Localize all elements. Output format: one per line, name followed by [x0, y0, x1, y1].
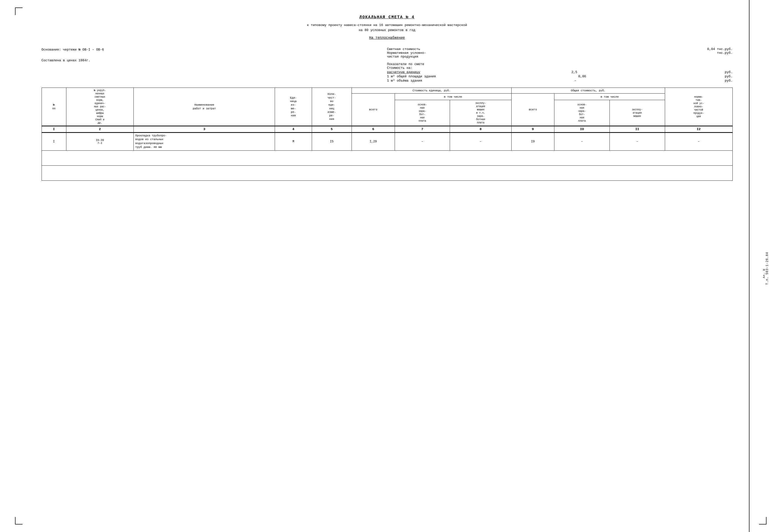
th-exp-total: эксплу-атациямашин — [610, 100, 665, 126]
m2-value: 0,06 — [578, 75, 586, 78]
corner-bl-mark — [15, 517, 23, 524]
raschetnuyu-unit: руб. — [725, 70, 732, 74]
col-n-4: 4 — [275, 126, 312, 133]
col-n-6: 6 — [351, 126, 395, 133]
col-n-1: I — [42, 126, 66, 133]
m2-label: 1 м² общей площади здания — [387, 75, 436, 78]
th-norm: № укруп-ненныхсметныхнорм,единич-ных рас… — [66, 88, 134, 126]
row1-unit-total: I,29 — [351, 133, 395, 151]
m2-unit: руб. — [725, 75, 732, 78]
raschetnuyu-value: 2,5 — [572, 70, 577, 74]
th-incl-header: в том числе — [395, 94, 511, 100]
col-n-2: 2 — [66, 126, 134, 133]
normativnaya-row: Нормативная условно-чистая продукция тнс… — [387, 51, 733, 59]
empty-row-1 — [42, 150, 732, 165]
row1-section: I — [42, 133, 66, 151]
row1-exp: – — [450, 133, 511, 151]
col-n-8: 8 — [450, 126, 511, 133]
osnование-line: Основание: чертежи № ОВ-I – ОВ-6 — [42, 47, 352, 52]
col-n-7: 7 — [395, 126, 450, 133]
main-title: ЛОКАЛЬНАЯ СМЕТА № 4 — [42, 15, 733, 20]
col-n-3: 3 — [134, 126, 275, 133]
header-section: ЛОКАЛЬНАЯ СМЕТА № 4 к типовому проекту н… — [42, 15, 733, 40]
subtitle2: на 80 условных ремонтов в год — [42, 28, 733, 32]
th-main-wage-unit: основ-наязара-бот-наяплата — [395, 100, 450, 126]
section-title: На теплоснабжение — [42, 36, 733, 40]
row1-unit: М — [275, 133, 312, 151]
th-norm-cond: норма-тив-ной ус-ловно-чистойпродук-ции — [665, 88, 732, 126]
stoimost-label: Стоимость на: — [387, 66, 733, 70]
row1-main-wage: – — [395, 133, 450, 151]
row1-norm-cond: – — [665, 133, 732, 151]
row1-qty: I5 — [312, 133, 351, 151]
header-row-1: №пп № укруп-ненныхсметныхнорм,единич-ных… — [42, 88, 732, 94]
normativnaya-label-text: Нормативная условно-чистая продукция — [387, 51, 426, 59]
col-n-11: II — [610, 126, 665, 133]
pokazateli-block: Показатели по смете Стоимость на: расчет… — [387, 62, 733, 83]
right-sidebar: Т.п. 503-1-26.84 Ал. Ш — [749, 0, 769, 532]
pokazateli-label: Показатели по смете — [387, 62, 733, 66]
page-content: ЛОКАЛЬНАЯ СМЕТА № 4 к типовому проекту н… — [22, 0, 748, 196]
normativnaya-value: тнс.руб. — [708, 51, 733, 55]
pokazateli-row: Показатели по смете Стоимость на: расчет… — [387, 62, 733, 83]
col-n-12: I2 — [665, 126, 732, 133]
smetnaya-label: Сметная стоимость — [387, 47, 707, 51]
column-number-row: I 2 3 4 5 6 7 8 9 IO II I2 — [42, 126, 732, 133]
th-all-unit: всего — [351, 94, 395, 126]
info-right: Сметная стоимость 0,04 тнс.руб. Норматив… — [387, 47, 733, 83]
th-num: №пп — [42, 88, 66, 126]
main-table: №пп № укруп-ненныхсметныхнорм,единич-ных… — [42, 88, 733, 181]
col-n-10: IO — [554, 126, 610, 133]
sidebar-top-text: Т.п. 503-1-26.84 — [765, 252, 769, 285]
th-main-wage-total: основ-наязара-бот-наяплата — [554, 100, 610, 126]
info-left: Основание: чертежи № ОВ-I – ОВ-6 Составл… — [42, 47, 352, 65]
th-unit: Еди-ницаиз-ме-ре-ния — [275, 88, 312, 126]
table-row-1: I I6-397-I Прокладка трубопро-водов из с… — [42, 133, 732, 151]
th-total-cost-header: Общая стоимость, руб. — [511, 88, 665, 94]
m3-label: 1 м³ объёма здания — [387, 79, 422, 83]
sidebar-bottom-text: Ал. Ш — [762, 269, 765, 278]
row1-norm: I6-397-I — [66, 133, 134, 151]
row1-total-main: – — [554, 133, 610, 151]
th-exp-unit: эксплу-атациямашинв т.ч.зара-ботнаяплата — [450, 100, 511, 126]
th-incl-total-header: в том числе — [554, 94, 665, 100]
empty-row-2 — [42, 165, 732, 180]
info-section: Основание: чертежи № ОВ-I – ОВ-6 Составл… — [42, 47, 733, 83]
th-unit-cost-header: Стоимость единицы, руб. — [351, 88, 511, 94]
row1-name: Прокладка трубопро-водов из стальныхводо… — [134, 133, 275, 151]
sostavlena-line: Составлена в ценах 1984г. — [42, 58, 352, 63]
th-all-total: всего — [511, 94, 554, 126]
th-name: Наименованиеработ и затрат — [134, 88, 275, 126]
col-n-5: 5 — [312, 126, 351, 133]
col-n-9: 9 — [511, 126, 554, 133]
smetnaya-value: 0,04 тнс.руб. — [707, 47, 732, 51]
smetnaya-row: Сметная стоимость 0,04 тнс.руб. — [387, 47, 733, 51]
raschetnuyu-label: расчетную единицу — [387, 70, 421, 74]
subtitle1: к типовому проекту навеса-стоянки на 16 … — [42, 23, 733, 27]
row1-total-exp: – — [610, 133, 665, 151]
row1-total: I9 — [511, 133, 554, 151]
m3-value: – — [575, 79, 577, 83]
m3-unit: руб. — [725, 79, 732, 83]
normativnaya-label: Нормативная условно-чистая продукция — [387, 51, 708, 59]
th-qty: Коли-чест-воеди-ницизме-ре-ния — [312, 88, 351, 126]
